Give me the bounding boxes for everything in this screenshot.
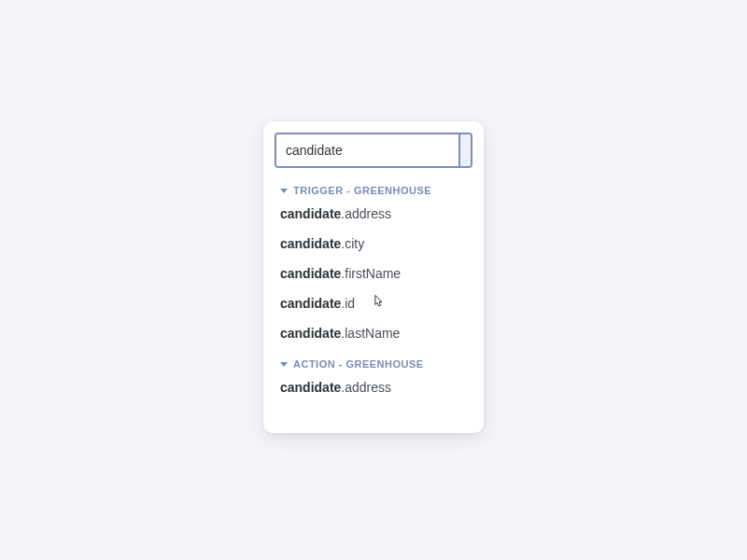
- suggestion-item[interactable]: candidate.id: [280, 295, 472, 312]
- rest-text: .city: [341, 236, 364, 251]
- caret-down-icon: [280, 362, 288, 367]
- caret-down-icon: [280, 189, 288, 193]
- match-text: candidate: [280, 206, 341, 221]
- rest-text: .lastName: [341, 326, 400, 341]
- suggestion-item[interactable]: candidate.firstName: [280, 265, 472, 282]
- rest-text: .address: [341, 206, 391, 221]
- suggestion-item[interactable]: candidate.address: [280, 205, 472, 222]
- rest-text: .id: [341, 296, 355, 311]
- autocomplete-panel: TRIGGER - GREENHOUSE candidate.address c…: [263, 121, 484, 433]
- suggestion-item[interactable]: candidate.lastName: [280, 325, 472, 342]
- match-text: candidate: [280, 236, 341, 251]
- match-text: candidate: [280, 266, 341, 281]
- match-text: candidate: [280, 326, 341, 341]
- search-button[interactable]: [458, 134, 472, 166]
- group-label: TRIGGER - GREENHOUSE: [293, 185, 431, 196]
- match-text: candidate: [280, 380, 341, 395]
- rest-text: .firstName: [341, 266, 401, 281]
- group-header-trigger[interactable]: TRIGGER - GREENHOUSE: [280, 185, 472, 196]
- search-input[interactable]: [276, 134, 458, 166]
- suggestion-item[interactable]: candidate.city: [280, 235, 472, 252]
- suggestion-item[interactable]: candidate.address: [280, 379, 472, 396]
- match-text: candidate: [280, 296, 341, 311]
- group-header-action[interactable]: ACTION - GREENHOUSE: [280, 358, 472, 370]
- search-row: [275, 133, 472, 168]
- group-label: ACTION - GREENHOUSE: [293, 358, 424, 370]
- rest-text: .address: [341, 380, 391, 395]
